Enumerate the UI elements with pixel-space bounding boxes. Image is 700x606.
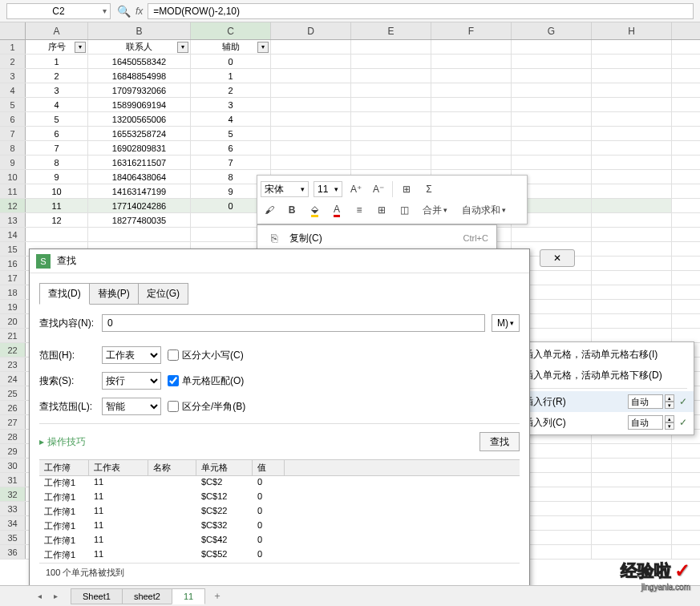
col-header-C[interactable]: C [191,22,271,39]
result-row[interactable]: 工作簿111$C$520 [39,548,520,563]
cell[interactable] [592,184,672,198]
cell[interactable] [592,213,672,227]
find-content-input[interactable] [102,314,485,332]
row-header[interactable]: 27 [0,415,26,429]
cell[interactable] [271,98,351,111]
nav-first-icon[interactable]: ◂ [32,589,47,604]
search-select[interactable]: 按行 [102,372,161,390]
col-count-input[interactable] [628,415,663,430]
cell[interactable]: 3 [26,83,88,97]
cell[interactable]: 0 [191,55,271,68]
row-header[interactable]: 6 [0,112,26,126]
row-header[interactable]: 7 [0,127,26,140]
cell[interactable] [431,40,512,54]
cell[interactable]: 2 [191,83,271,97]
row-header[interactable]: 24 [0,372,26,386]
row-header[interactable]: 20 [0,314,26,328]
cell[interactable] [431,127,512,140]
cell[interactable] [431,112,512,126]
cell[interactable]: 13200565006 [88,112,191,126]
cell[interactable]: 6 [26,127,88,140]
row-count-input[interactable] [628,394,663,409]
cell[interactable]: 17714024286 [88,199,191,212]
formula-input[interactable]: =MOD(ROW()-2,10) [148,3,694,19]
row-header[interactable]: 4 [0,83,26,97]
col-header-B[interactable]: B [88,22,191,39]
col-spinner[interactable]: ▴▾ [665,415,674,430]
cell[interactable] [592,531,672,544]
search-icon[interactable]: 🔍 [117,5,131,18]
row-header[interactable]: 23 [0,358,26,371]
row-header[interactable]: 12 [0,199,26,212]
cell[interactable] [592,170,672,184]
row-header[interactable]: 36 [0,545,26,559]
col-header-H[interactable]: H [592,22,672,39]
cell[interactable] [351,156,431,169]
cell[interactable]: 18406438064 [88,170,191,184]
row-header[interactable]: 1 [0,40,26,54]
cell[interactable] [592,83,672,97]
cell[interactable] [592,473,672,487]
row-spinner[interactable]: ▴▾ [665,394,674,409]
cell[interactable] [431,83,512,97]
find-button[interactable]: 查找 [479,432,520,451]
cell[interactable] [592,156,672,169]
sheet-tab[interactable]: 11 [172,588,205,604]
fullhalf-checkbox[interactable]: 区分全/半角(B) [168,400,245,414]
cell[interactable]: 7 [191,156,271,169]
row-header[interactable]: 8 [0,141,26,155]
ctx-copy[interactable]: ⎘ 复制(C) Ctrl+C [257,227,496,249]
row-header[interactable]: 17 [0,271,26,285]
font-size-select[interactable]: 11▾ [314,181,342,197]
cell[interactable] [592,459,672,472]
cell[interactable]: 辅助▾ [191,40,271,54]
font-color-icon[interactable]: A [328,201,346,219]
filter-dropdown-icon[interactable]: ▾ [177,42,188,53]
autosum-button[interactable]: 自动求和▾ [457,201,511,219]
cell[interactable] [512,69,592,83]
range-select[interactable]: 工作表 [102,346,161,364]
cell[interactable] [351,141,431,155]
cell[interactable] [592,285,672,299]
cell[interactable]: 4 [191,112,271,126]
cell[interactable]: 5 [26,112,88,126]
tips-link[interactable]: ▸ 操作技巧 [39,435,86,449]
tab-find[interactable]: 查找(D) [39,283,90,305]
cell[interactable] [512,98,592,111]
cell[interactable] [592,545,672,559]
col-header-G[interactable]: G [512,22,592,39]
cell[interactable] [512,228,592,241]
cell-reference-box[interactable]: C2 ▾ [6,3,111,19]
row-header[interactable]: 33 [0,502,26,515]
row-header[interactable]: 35 [0,531,26,544]
tab-goto[interactable]: 定位(G) [138,283,188,305]
col-header-A[interactable]: A [26,22,88,39]
cell[interactable] [592,487,672,501]
row-header[interactable]: 30 [0,459,26,472]
result-row[interactable]: 工作簿111$C$420 [39,534,520,548]
row-header[interactable]: 9 [0,156,26,169]
cell[interactable]: 18277480035 [88,213,191,227]
cell[interactable]: 6 [191,141,271,155]
decrease-font-icon[interactable]: A⁻ [370,180,387,198]
cell[interactable] [431,98,512,111]
cell[interactable] [271,112,351,126]
cell[interactable] [592,127,672,140]
cell[interactable] [592,271,672,285]
row-header[interactable]: 31 [0,473,26,487]
cell[interactable]: 16450558342 [88,55,191,68]
filter-dropdown-icon[interactable]: ▾ [75,42,86,53]
format-painter-icon[interactable]: 🖌 [261,201,278,219]
autosum-icon[interactable]: Σ [420,180,438,198]
close-button[interactable]: ✕ [540,249,575,267]
fx-label[interactable]: fx [136,6,143,17]
cell[interactable] [592,257,672,270]
col-header-E[interactable]: E [351,22,431,39]
format-dropdown[interactable]: M)▾ [492,314,520,332]
cell[interactable]: 10 [26,184,88,198]
match-checkbox[interactable]: 单元格匹配(O) [168,374,244,388]
cell[interactable] [351,127,431,140]
bold-icon[interactable]: B [283,201,301,219]
row-header[interactable]: 34 [0,516,26,530]
row-header[interactable]: 25 [0,386,26,400]
